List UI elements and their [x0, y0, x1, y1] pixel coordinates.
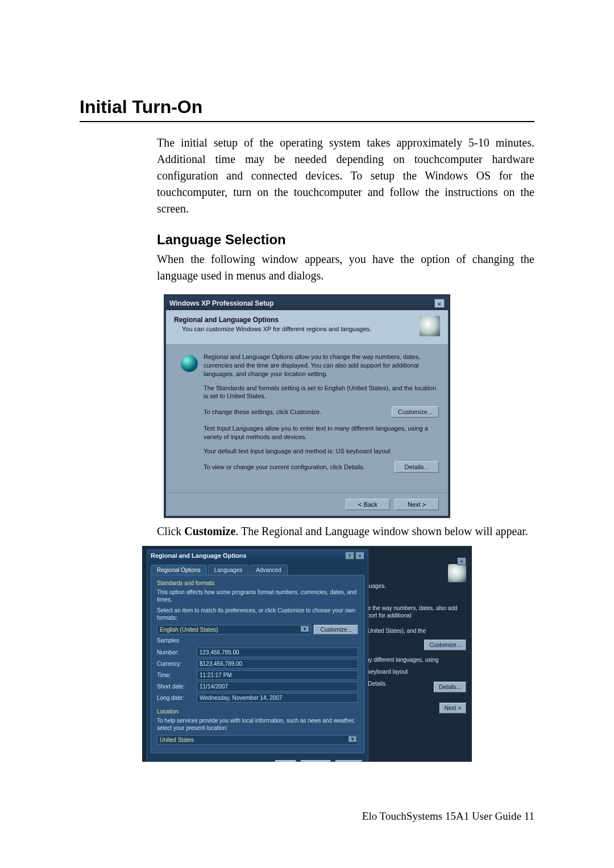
dialog-body: Standards and formats This option affect… [151, 575, 364, 753]
language-paragraph: When the following window appears, you h… [157, 251, 534, 284]
dialog-title: Regional and Language Options [151, 552, 247, 559]
screenshot-xp-setup: Windows XP Professional Setup × Regional… [164, 294, 450, 518]
wizard-text: Text Input Languages allow you to enter … [204, 424, 439, 441]
wizard-header-title: Regional and Language Options [174, 316, 415, 324]
tab-advanced[interactable]: Advanced [250, 565, 287, 575]
next-button[interactable]: Next > [439, 703, 466, 713]
screenshot-regional-options: × languages. ange the way numbers, dates… [142, 546, 472, 762]
wizard-header-subtitle: You can customize Windows XP for differe… [182, 326, 415, 332]
help-icon[interactable]: ? [345, 552, 354, 560]
customize-button[interactable]: Customize... [424, 640, 466, 650]
tab-regional-options[interactable]: Regional Options [151, 565, 207, 575]
customize-button[interactable]: Customize... [314, 625, 358, 635]
regional-options-icon [448, 564, 466, 582]
dialog-tabs: Regional Options Languages Advanced [147, 561, 368, 575]
group-standards-formats: Standards and formats [157, 580, 358, 586]
apply-button[interactable]: Apply [335, 760, 362, 762]
wizard-body: Regional and Language Options allow you … [166, 345, 448, 493]
dialog-text: Select an item to match its preferences,… [157, 607, 358, 621]
wizard-header: Regional and Language Options You can cu… [166, 310, 448, 345]
sample-label-time: Time: [157, 672, 197, 678]
instruction-line: Click Customize. The Regional and Langua… [157, 525, 534, 538]
wizard-text: To change these settings, click Customiz… [204, 408, 321, 415]
format-combobox[interactable]: English (United States) [157, 625, 310, 635]
regional-options-icon [420, 316, 440, 336]
dialog-footer: OK Cancel Apply [147, 757, 368, 762]
wizard-text: To view or change your current configura… [204, 464, 365, 470]
back-button[interactable]: < Back [346, 499, 390, 510]
location-combobox[interactable]: United States [157, 735, 358, 745]
globe-icon [181, 355, 198, 372]
subsection-title: Language Selection [157, 232, 534, 248]
dialog-titlebar: Regional and Language Options ? × [147, 550, 368, 561]
page-footer: Elo TouchSystems 15A1 User Guide 11 [362, 810, 534, 823]
sample-value-short-date: 11/14/2007 [197, 682, 358, 691]
sample-value-currency: $123,456,789.00 [197, 659, 358, 669]
sample-label-short-date: Short date: [157, 683, 197, 690]
back-wizard-partial: × languages. ange the way numbers, dates… [358, 560, 466, 713]
group-location: Location [157, 708, 358, 715]
next-button[interactable]: Next > [395, 499, 439, 510]
back-text: languages. [358, 582, 466, 590]
wizard-footer: < Back Next > [166, 493, 448, 516]
sample-value-time: 11:21:17 PM [197, 670, 358, 680]
sample-value-number: 123,456,789.00 [197, 648, 358, 657]
wizard-text: Regional and Language Options allow you … [204, 353, 439, 378]
close-icon[interactable]: × [355, 552, 364, 560]
dialog-text: To help services provide you with local … [157, 717, 358, 732]
sample-label-long-date: Long date: [157, 695, 197, 701]
close-icon[interactable]: × [457, 557, 466, 565]
sample-value-long-date: Wednesday, November 14, 2007 [197, 693, 358, 703]
back-text: ange the way numbers, dates, also add su… [358, 604, 466, 619]
wizard-text: The Standards and formats setting is set… [204, 384, 439, 401]
section-title: Initial Turn-On [80, 97, 534, 122]
samples-label: Samples [157, 637, 358, 644]
back-text: sh (United States), and the [358, 627, 466, 635]
intro-paragraph: The initial setup of the operating syste… [157, 135, 534, 217]
ok-button[interactable]: OK [275, 760, 296, 762]
back-text: US keyboard layout [358, 668, 466, 675]
dialog-text: This option affects how some programs fo… [157, 589, 358, 603]
sample-label-currency: Currency: [157, 661, 197, 667]
sample-label-number: Number: [157, 649, 197, 656]
details-button[interactable]: Details... [395, 461, 439, 473]
wizard-titlebar: Windows XP Professional Setup × [166, 297, 448, 310]
customize-button[interactable]: Customize... [392, 406, 439, 418]
close-icon[interactable]: × [434, 299, 445, 308]
tab-languages[interactable]: Languages [208, 565, 249, 575]
cancel-button[interactable]: Cancel [301, 760, 331, 762]
back-text: many different languages, using [358, 656, 466, 663]
wizard-title: Windows XP Professional Setup [169, 299, 274, 307]
details-button[interactable]: Details... [434, 682, 466, 692]
wizard-text: Your default text input language and met… [204, 447, 439, 456]
regional-options-dialog: Regional and Language Options ? × Region… [147, 549, 368, 762]
